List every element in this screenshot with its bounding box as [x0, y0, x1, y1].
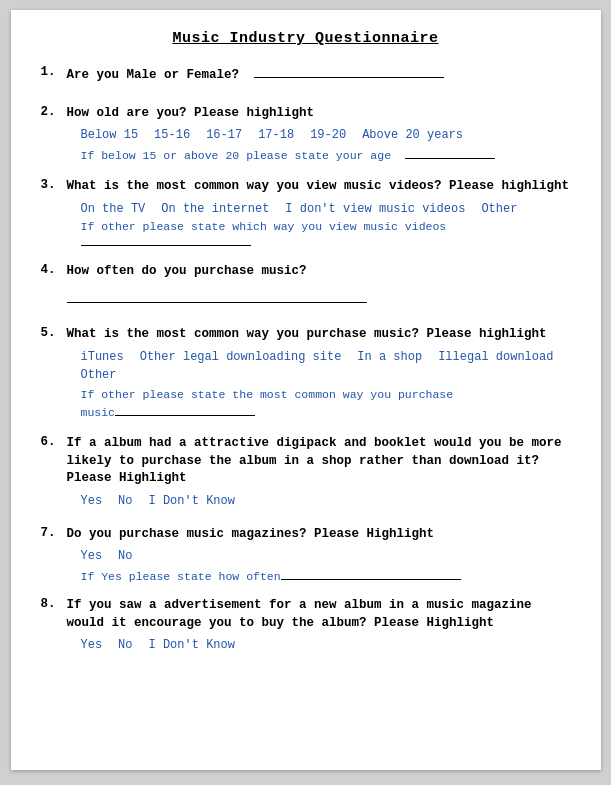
q2-option-above20[interactable]: Above 20 years [362, 128, 463, 142]
q8-option-yes[interactable]: Yes [81, 638, 103, 652]
q6-option-no[interactable]: No [118, 494, 132, 508]
q6-text: If a album had a attractive digipack and… [67, 435, 571, 488]
q3-options: On the TV On the internet I don't view m… [81, 202, 571, 216]
q1-number: 1. [41, 65, 61, 79]
q7-option-yes[interactable]: Yes [81, 549, 103, 563]
q3-sub: If other please state which way you view… [81, 220, 571, 249]
q6-option-yes[interactable]: Yes [81, 494, 103, 508]
q8-number: 8. [41, 597, 61, 611]
q5-option-shop[interactable]: In a shop [357, 350, 422, 364]
q8-option-no[interactable]: No [118, 638, 132, 652]
q5-option-illegal[interactable]: Illegal download [438, 350, 553, 364]
q3-option-tv[interactable]: On the TV [81, 202, 146, 216]
q3-other-field[interactable] [81, 233, 251, 246]
q8-options: Yes No I Don't Know [81, 638, 571, 652]
question-6: 6. If a album had a attractive digipack … [41, 435, 571, 512]
q2-number: 2. [41, 105, 61, 119]
q7-number: 7. [41, 526, 61, 540]
q5-option-other[interactable]: Other [81, 368, 117, 382]
q3-option-other[interactable]: Other [481, 202, 517, 216]
q7-option-no[interactable]: No [118, 549, 132, 563]
q2-options: Below 15 15-16 16-17 17-18 19-20 Above 2… [81, 128, 571, 142]
q6-number: 6. [41, 435, 61, 449]
q3-option-noview[interactable]: I don't view music videos [285, 202, 465, 216]
q5-other-field[interactable] [115, 403, 255, 416]
q5-sub: If other please state the most common wa… [81, 386, 571, 422]
q8-option-dontknow[interactable]: I Don't Know [149, 638, 235, 652]
question-2: 2. How old are you? Please highlight Bel… [41, 105, 571, 165]
q7-sub: If Yes please state how often [81, 567, 571, 583]
q2-option-below15[interactable]: Below 15 [81, 128, 139, 142]
q7-howoften-field[interactable] [281, 567, 461, 580]
q3-text: What is the most common way you view mus… [67, 178, 571, 196]
question-1: 1. Are you Male or Female? [41, 65, 571, 91]
q1-answer-field[interactable] [254, 65, 444, 78]
q2-option-1920[interactable]: 19-20 [310, 128, 346, 142]
question-4: 4. How often do you purchase music? [41, 263, 571, 313]
question-3: 3. What is the most common way you view … [41, 178, 571, 249]
page-title: Music Industry Questionnaire [41, 30, 571, 47]
q7-options: Yes No [81, 549, 571, 563]
question-5: 5. What is the most common way you purch… [41, 326, 571, 421]
q6-option-dontknow[interactable]: I Don't Know [149, 494, 235, 508]
question-8: 8. If you saw a advertisement for a new … [41, 597, 571, 656]
q2-text: How old are you? Please highlight [67, 105, 571, 123]
q5-options: iTunes Other legal downloading site In a… [81, 350, 571, 382]
q1-text: Are you Male or Female? [67, 65, 571, 85]
q2-sub: If below 15 or above 20 please state you… [81, 146, 571, 162]
question-7: 7. Do you purchase music magazines? Plea… [41, 526, 571, 584]
q4-answer-field[interactable] [67, 290, 367, 303]
q4-number: 4. [41, 263, 61, 277]
q5-number: 5. [41, 326, 61, 340]
q5-option-itunes[interactable]: iTunes [81, 350, 124, 364]
page: Music Industry Questionnaire 1. Are you … [11, 10, 601, 770]
q2-option-1617[interactable]: 16-17 [206, 128, 242, 142]
q4-text: How often do you purchase music? [67, 263, 571, 281]
q2-option-1718[interactable]: 17-18 [258, 128, 294, 142]
q3-option-internet[interactable]: On the internet [161, 202, 269, 216]
q7-text: Do you purchase music magazines? Please … [67, 526, 571, 544]
q2-option-1516[interactable]: 15-16 [154, 128, 190, 142]
q2-age-field[interactable] [405, 146, 495, 159]
q5-text: What is the most common way you purchase… [67, 326, 571, 344]
q5-option-legal[interactable]: Other legal downloading site [140, 350, 342, 364]
q8-text: If you saw a advertisement for a new alb… [67, 597, 571, 632]
q6-options: Yes No I Don't Know [81, 494, 571, 508]
q3-number: 3. [41, 178, 61, 192]
